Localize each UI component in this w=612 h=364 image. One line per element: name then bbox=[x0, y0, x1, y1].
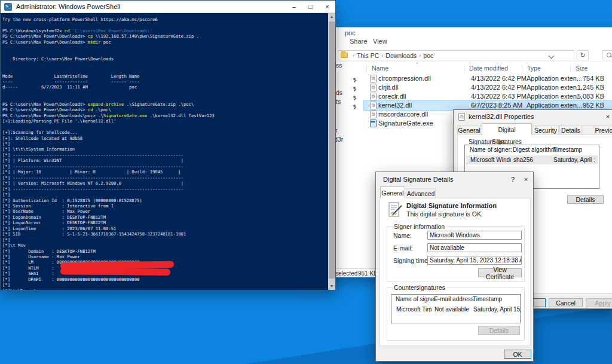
breadcrumb-chevron-icon: › bbox=[419, 53, 421, 59]
tab-general[interactable]: General bbox=[380, 186, 405, 198]
address-dropdown-icon[interactable] bbox=[549, 53, 555, 59]
sort-ascending-icon: ^ bbox=[416, 61, 418, 66]
table-cell: Microsoft Time-S... bbox=[396, 305, 432, 314]
file-list-header: Name ^ Date modified Type Size bbox=[299, 63, 612, 73]
refresh-icon: ↻ bbox=[580, 51, 585, 59]
tab-digital-signatures[interactable]: Digital Signatures bbox=[482, 123, 532, 135]
counter-details-button[interactable]: Details bbox=[478, 326, 520, 335]
dll-file-icon: ⚙ bbox=[370, 102, 377, 109]
explorer-address-row: › This PC › Downloads › poc ↻ bbox=[299, 48, 612, 62]
countersignatures-label: Countersignatures bbox=[392, 284, 447, 291]
pin-icon bbox=[352, 77, 357, 82]
explorer-ribbon: Share View bbox=[299, 38, 612, 48]
table-column-header[interactable]: Timestamp bbox=[553, 146, 582, 153]
powershell-window-title: Administrator: Windows PowerShell bbox=[16, 3, 120, 10]
tab-details[interactable]: Details bbox=[559, 125, 582, 135]
file-row-coreclr.dll[interactable]: ⚙coreclr.dll4/13/2022 6:43 PMApplication… bbox=[364, 92, 612, 101]
powershell-console[interactable]: Try the new cross-platform PowerShell ht… bbox=[1, 13, 328, 290]
file-row-clrcompression.dll[interactable]: ⚙clrcompression.dll4/13/2022 6:42 PMAppl… bbox=[364, 74, 612, 83]
pin-icon bbox=[352, 104, 357, 109]
column-header-size[interactable]: Size bbox=[570, 65, 612, 73]
file-name: kernel32.dll bbox=[378, 102, 412, 109]
table-cell: Not available bbox=[434, 305, 471, 314]
console-scrollbar[interactable]: ▲ ▼ bbox=[328, 13, 335, 290]
search-box[interactable] bbox=[602, 50, 612, 60]
maximize-button[interactable]: □ bbox=[302, 1, 318, 13]
signature-details-button[interactable]: Details bbox=[567, 195, 604, 204]
tab-previous-versions[interactable]: Previous Versions bbox=[583, 125, 612, 135]
signature-info-heading: Digital Signature Information bbox=[406, 202, 497, 209]
apply-button[interactable]: Apply bbox=[586, 298, 612, 307]
ribbon-tab-view[interactable]: View bbox=[373, 38, 387, 45]
address-bar[interactable]: › This PC › Downloads › poc bbox=[338, 50, 574, 60]
digital-signature-icon bbox=[387, 202, 403, 218]
properties-tabs: GeneralDigital SignaturesSecurityDetails… bbox=[457, 123, 612, 135]
general-tab-page: Digital Signature Information This digit… bbox=[380, 198, 531, 346]
file-row-kernel32.dll[interactable]: ⚙kernel32.dll6/7/2023 8:25 AMApplication… bbox=[364, 101, 612, 110]
tab-general[interactable]: General bbox=[457, 125, 481, 135]
table-column-header[interactable]: E-mail address: bbox=[434, 296, 475, 302]
help-icon[interactable]: ? bbox=[506, 173, 519, 185]
refresh-button[interactable]: ↻ bbox=[577, 50, 589, 60]
explorer-window-title: poc bbox=[345, 29, 356, 36]
file-name: clrjit.dll bbox=[378, 84, 399, 91]
signature-dialog-tabs: GeneralAdvanced bbox=[380, 186, 530, 198]
table-row[interactable]: Microsoft Windowssha256Saturday, April 1… bbox=[466, 155, 598, 164]
file-date-modified: 4/13/2022 6:42 PM bbox=[471, 84, 527, 91]
signer-information-group: Signer information Name: Microsoft Windo… bbox=[387, 226, 525, 282]
email-label: E-mail: bbox=[393, 244, 413, 252]
ribbon-tab-share[interactable]: Share bbox=[350, 38, 367, 45]
file-name: coreclr.dll bbox=[378, 93, 406, 100]
file-date-modified: 4/13/2022 6:43 PM bbox=[471, 93, 527, 100]
email-field[interactable]: Not available bbox=[427, 243, 522, 252]
minimize-button[interactable]: – bbox=[286, 1, 302, 13]
signer-information-label: Signer information bbox=[392, 223, 446, 230]
breadcrumb-this-pc[interactable]: This PC bbox=[357, 52, 379, 59]
sidebar-item-fragment[interactable]: ts bbox=[336, 98, 341, 105]
breadcrumb-poc[interactable]: poc bbox=[423, 52, 433, 59]
breadcrumb-chevron-icon: › bbox=[381, 53, 383, 59]
name-field[interactable]: Microsoft Windows bbox=[427, 231, 522, 240]
properties-titlebar[interactable]: ⚙ kernel32.dll Properties bbox=[454, 110, 612, 123]
signing-time-field[interactable]: Saturday, April 15, 2023 12:18:38 AM bbox=[427, 256, 522, 265]
view-certificate-button[interactable]: View Certificate bbox=[478, 268, 522, 277]
dll-file-icon: ⚙ bbox=[370, 111, 377, 118]
column-header-type[interactable]: Type bbox=[522, 65, 569, 73]
table-cell: Saturday, April 15, 20... bbox=[553, 155, 595, 164]
cancel-button[interactable]: Cancel bbox=[549, 298, 583, 307]
dll-file-icon: ⚙ bbox=[370, 93, 377, 100]
scroll-down-icon[interactable]: ▼ bbox=[328, 283, 335, 290]
ok-button[interactable]: OK bbox=[504, 350, 531, 359]
dll-file-icon: ⚙ bbox=[370, 84, 377, 91]
scrollbar-thumb[interactable] bbox=[329, 22, 335, 279]
name-label: Name: bbox=[393, 232, 412, 239]
powershell-icon: >_ bbox=[4, 3, 12, 11]
dll-file-icon: ⚙ bbox=[370, 75, 377, 82]
file-size: 952 KB bbox=[562, 102, 604, 109]
status-size-text: 951 KB bbox=[358, 270, 378, 277]
file-size: 1,245 KB bbox=[562, 84, 604, 91]
column-header-date-modified[interactable]: Date modified bbox=[464, 65, 521, 73]
tab-security[interactable]: Security bbox=[533, 125, 559, 135]
file-row-clrjit.dll[interactable]: ⚙clrjit.dll4/13/2022 6:42 PMApplication … bbox=[364, 83, 612, 92]
dll-file-icon: ⚙ bbox=[458, 113, 465, 121]
countersignatures-table[interactable]: Name of signer:E-mail address:Timestamp … bbox=[391, 294, 521, 323]
explorer-titlebar[interactable]: poc bbox=[299, 27, 612, 38]
breadcrumb-downloads[interactable]: Downloads bbox=[385, 52, 417, 59]
powershell-titlebar[interactable]: >_ Administrator: Windows PowerShell bbox=[1, 1, 335, 13]
close-icon[interactable]: × bbox=[519, 173, 533, 185]
close-button[interactable]: × bbox=[319, 1, 336, 13]
tab-advanced[interactable]: Advanced bbox=[406, 188, 436, 198]
breadcrumb-chevron-icon: › bbox=[353, 53, 354, 59]
close-icon[interactable]: × bbox=[600, 111, 612, 123]
table-column-header[interactable]: Name of signer: bbox=[396, 296, 438, 302]
table-cell: Microsoft Windows bbox=[470, 155, 511, 164]
scroll-up-icon[interactable]: ▲ bbox=[328, 13, 335, 20]
table-column-header[interactable]: Timestamp bbox=[473, 296, 502, 302]
file-size: 754 KB bbox=[562, 75, 604, 82]
table-row[interactable]: Microsoft Time-S...Not availableSaturday… bbox=[392, 305, 519, 314]
sidebar-item-fragment[interactable]: ss bbox=[336, 62, 342, 69]
sidebar-item-fragment[interactable]: ds bbox=[336, 89, 342, 96]
column-header-name[interactable]: Name bbox=[366, 65, 463, 73]
redaction-scribble bbox=[60, 268, 170, 276]
